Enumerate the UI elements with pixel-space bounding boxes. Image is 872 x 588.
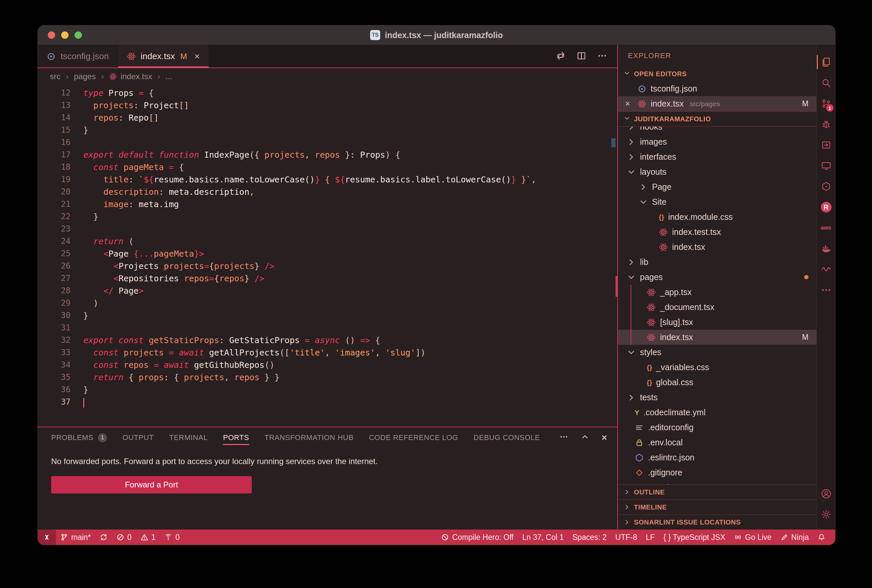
tree-file-_app.tsx[interactable]: _app.tsx <box>618 285 816 300</box>
code-line-27[interactable]: 27 <Repositories repos={repos} /> <box>38 272 617 285</box>
section-timeline[interactable]: TIMELINE <box>618 500 816 514</box>
tab-tsconfig.json[interactable]: tsconfig.json <box>38 45 118 68</box>
code-line-13[interactable]: 13 projects: Project[] <box>38 99 617 112</box>
activity-files-icon[interactable] <box>817 52 835 72</box>
code-line-20[interactable]: 20 description: meta.description, <box>38 186 617 198</box>
code-line-24[interactable]: 24 return ( <box>38 235 617 248</box>
code-line-16[interactable]: 16 <box>38 136 617 148</box>
more-icon[interactable] <box>597 51 607 62</box>
tree-folder-lib[interactable]: lib <box>618 255 816 270</box>
code-line-33[interactable]: 33 const projects = await getAllProjects… <box>38 346 617 359</box>
close-editor-icon[interactable]: × <box>622 99 633 109</box>
breadcrumb-item-index.tsx[interactable]: index.tsx <box>109 72 152 81</box>
code-editor[interactable]: 12type Props = {13 projects: Project[]14… <box>38 85 617 427</box>
tab-index.tsx[interactable]: index.tsxM× <box>118 45 209 68</box>
code-line-15[interactable]: 15} <box>38 124 617 136</box>
activity-aws-icon[interactable]: aws <box>817 218 835 238</box>
activity-r-logo-icon[interactable]: R <box>817 197 835 218</box>
code-line-12[interactable]: 12type Props = { <box>38 87 617 99</box>
status-bell-icon[interactable] <box>813 530 830 545</box>
status-utf-8[interactable]: UTF-8 <box>611 530 641 545</box>
tree-file-.gitignore[interactable]: .gitignore <box>618 465 816 480</box>
panel-tab-output[interactable]: OUTPUT <box>122 427 153 448</box>
open-editors-header[interactable]: OPEN EDITORS <box>618 66 816 81</box>
status-0[interactable]: 0 <box>160 530 184 545</box>
tree-file-index.tsx[interactable]: index.tsxM <box>618 330 816 345</box>
tree-folder-Site[interactable]: Site <box>618 195 816 210</box>
status-sync-icon[interactable] <box>95 530 112 545</box>
status-lf[interactable]: LF <box>642 530 659 545</box>
status--typescript-jsx[interactable]: { } TypeScript JSX <box>659 530 729 545</box>
code-line-26[interactable]: 26 <Projects projects={projects} /> <box>38 260 617 272</box>
code-line-21[interactable]: 21 image: meta.img <box>38 198 617 210</box>
code-line-37[interactable]: 37 <box>38 396 617 408</box>
status-0[interactable]: 0 <box>112 530 136 545</box>
activity-monitor-icon[interactable] <box>817 155 835 176</box>
breadcrumb-item-src[interactable]: src <box>50 72 60 81</box>
code-line-29[interactable]: 29 ) <box>38 297 617 309</box>
breadcrumb-item-...[interactable]: ... <box>165 72 172 81</box>
tree-file-.eslintrc.json[interactable]: .eslintrc.json <box>618 450 816 465</box>
code-line-25[interactable]: 25 <Page {...pageMeta}> <box>38 248 617 260</box>
tree-file-.prettierrc[interactable]: .prettierrc <box>618 480 816 484</box>
tab-close-icon[interactable]: × <box>194 51 200 62</box>
code-line-34[interactable]: 34 const repos = await getGithubRepos() <box>38 359 617 371</box>
tree-file-.editorconfig[interactable]: .editorconfig <box>618 420 816 435</box>
code-line-14[interactable]: 14 repos: Repo[] <box>38 112 617 124</box>
close-window-button[interactable] <box>48 32 55 39</box>
chevron-up-icon[interactable] <box>580 432 589 443</box>
tree-file-_variables.css[interactable]: {}_variables.css <box>618 360 816 375</box>
activity-window-arrow-icon[interactable] <box>817 135 835 155</box>
activity-more-icon[interactable] <box>817 280 835 300</box>
tree-file-_document.tsx[interactable]: _document.tsx <box>618 300 816 315</box>
status-ninja[interactable]: Ninja <box>776 530 813 545</box>
code-line-23[interactable]: 23 <box>38 223 617 235</box>
tree-file-[slug].tsx[interactable]: [slug].tsx <box>618 315 816 330</box>
status-ln-37-col-1[interactable]: Ln 37, Col 1 <box>518 530 568 545</box>
tree-file-.env.local[interactable]: .env.local <box>618 435 816 450</box>
status-remote-icon[interactable] <box>38 530 56 545</box>
split-editor-icon[interactable] <box>576 51 586 62</box>
tree-folder-interfaces[interactable]: interfaces <box>618 149 816 164</box>
code-line-22[interactable]: 22 } <box>38 210 617 223</box>
code-line-17[interactable]: 17export default function IndexPage({ pr… <box>38 148 617 161</box>
code-line-35[interactable]: 35 return { props: { projects, repos } } <box>38 371 617 384</box>
activity-hexagon-icon[interactable] <box>817 176 835 197</box>
minimize-window-button[interactable] <box>61 32 69 39</box>
activity-wave-icon[interactable] <box>817 259 835 280</box>
tree-folder-layouts[interactable]: layouts <box>618 164 816 179</box>
activity-debug-icon[interactable] <box>817 114 835 135</box>
activity-account-icon[interactable] <box>817 483 835 504</box>
status-main-[interactable]: main* <box>56 530 95 545</box>
tree-folder-styles[interactable]: styles <box>618 345 816 360</box>
code-line-19[interactable]: 19 title: `${resume.basics.name.toLowerC… <box>38 173 617 186</box>
scrollbar-thumb[interactable] <box>611 138 616 147</box>
tree-file-.codeclimate.yml[interactable]: Y.codeclimate.yml <box>618 405 816 420</box>
open-editor-index.tsx[interactable]: ×index.tsxsrc/pagesM <box>618 96 816 111</box>
panel-tab-ports[interactable]: PORTS <box>223 427 249 448</box>
tree-folder-hooks[interactable]: hooks <box>618 127 816 134</box>
panel-tab-terminal[interactable]: TERMINAL <box>169 427 207 448</box>
breadcrumb-item-pages[interactable]: pages <box>74 72 96 81</box>
activity-search-icon[interactable] <box>817 72 835 93</box>
code-line-32[interactable]: 32export const getStaticProps: GetStatic… <box>38 334 617 346</box>
workspace-header[interactable]: JUDITKARAMAZFOLIO <box>618 111 816 127</box>
section-sonarlint-issue-locations[interactable]: SONARLINT ISSUE LOCATIONS <box>618 514 816 530</box>
tree-file-index.module.css[interactable]: {}index.module.css <box>618 210 816 225</box>
tree-folder-Page[interactable]: Page <box>618 179 816 195</box>
code-line-28[interactable]: 28 </ Page> <box>38 285 617 297</box>
code-line-36[interactable]: 36} <box>38 384 617 396</box>
forward-port-button[interactable]: Forward a Port <box>51 476 252 494</box>
tree-file-index.tsx[interactable]: index.tsx <box>618 240 816 255</box>
status-1[interactable]: 1 <box>136 530 160 545</box>
status-compile-hero-off[interactable]: Compile Hero: Off <box>437 530 518 545</box>
code-line-30[interactable]: 30} <box>38 309 617 322</box>
activity-settings-gear-icon[interactable] <box>817 504 835 525</box>
code-line-31[interactable]: 31 <box>38 322 617 334</box>
status-go-live[interactable]: Go Live <box>729 530 776 545</box>
code-line-18[interactable]: 18 const pageMeta = { <box>38 161 617 173</box>
tree-file-index.test.tsx[interactable]: index.test.tsx <box>618 225 816 240</box>
tree-folder-pages[interactable]: pages <box>618 270 816 285</box>
activity-source-control-icon[interactable]: 1 <box>817 93 835 114</box>
panel-tab-debug-console[interactable]: DEBUG CONSOLE <box>474 427 540 448</box>
